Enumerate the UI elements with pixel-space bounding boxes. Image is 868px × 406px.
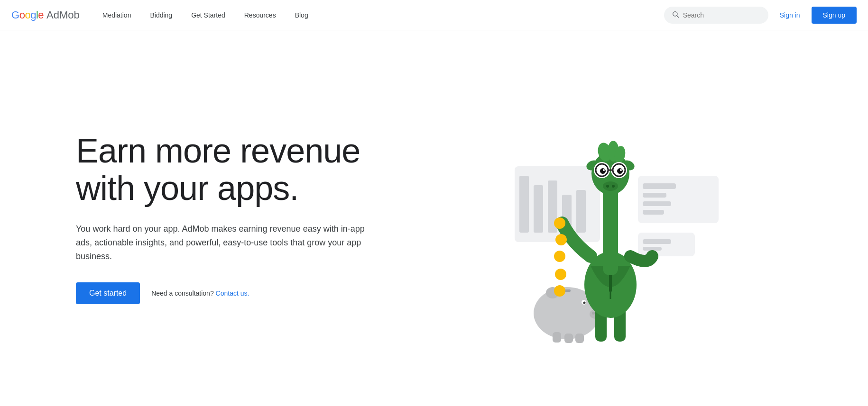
nav-right: Sign in Sign up [664, 7, 857, 24]
svg-point-51 [612, 185, 615, 188]
svg-point-54 [554, 251, 565, 262]
svg-point-50 [606, 185, 609, 188]
svg-rect-7 [576, 190, 586, 233]
search-icon [672, 10, 679, 20]
svg-rect-9 [643, 183, 676, 189]
google-logo: Google [11, 9, 44, 21]
nav-item-bidding[interactable]: Bidding [142, 8, 180, 23]
svg-rect-8 [638, 176, 719, 223]
hero-actions: Get started Need a consultation? Contact… [76, 282, 398, 304]
svg-point-46 [617, 168, 623, 174]
svg-point-55 [555, 269, 566, 280]
svg-rect-24 [553, 332, 561, 343]
svg-point-20 [592, 312, 595, 315]
contact-us-link[interactable]: Contact us. [216, 289, 249, 297]
hero-image [491, 81, 738, 356]
search-input[interactable] [683, 11, 761, 19]
svg-rect-26 [575, 334, 584, 343]
svg-rect-14 [643, 239, 671, 244]
hero-description: You work hard on your app. AdMob makes e… [76, 222, 370, 263]
svg-point-47 [603, 169, 605, 171]
svg-rect-4 [534, 185, 543, 233]
svg-rect-25 [564, 334, 573, 343]
navbar: Google AdMob Mediation Bidding Get Start… [0, 0, 868, 30]
signup-button[interactable]: Sign up [812, 7, 857, 24]
hero-text-area: Earn more revenue with your apps. You wo… [76, 132, 398, 304]
svg-rect-12 [643, 210, 664, 215]
svg-point-49 [603, 181, 618, 191]
nav-item-get-started[interactable]: Get Started [184, 8, 233, 23]
svg-rect-15 [643, 247, 662, 251]
nav-item-resources[interactable]: Resources [237, 8, 284, 23]
hero-illustration [398, 81, 830, 356]
signin-button[interactable]: Sign in [774, 8, 806, 23]
svg-rect-13 [638, 233, 695, 256]
svg-point-53 [555, 234, 567, 245]
svg-rect-11 [643, 201, 671, 206]
svg-rect-10 [643, 193, 666, 198]
svg-point-48 [620, 169, 622, 171]
hero-headline: Earn more revenue with your apps. [76, 132, 398, 207]
nav-item-blog[interactable]: Blog [287, 8, 316, 23]
admob-logo-text: AdMob [46, 9, 80, 21]
logo-link[interactable]: Google AdMob [11, 9, 80, 21]
search-bar[interactable] [664, 7, 768, 24]
svg-point-52 [554, 217, 565, 229]
get-started-button[interactable]: Get started [76, 282, 140, 304]
svg-point-23 [583, 301, 586, 304]
consultation-text: Need a consultation? [151, 289, 214, 297]
hero-section: Earn more revenue with your apps. You wo… [0, 30, 868, 406]
nav-links: Mediation Bidding Get Started Resources … [95, 8, 664, 23]
svg-point-56 [554, 285, 565, 297]
svg-rect-3 [519, 176, 529, 233]
svg-line-1 [677, 16, 679, 18]
svg-point-45 [600, 168, 606, 174]
nav-item-mediation[interactable]: Mediation [95, 8, 139, 23]
